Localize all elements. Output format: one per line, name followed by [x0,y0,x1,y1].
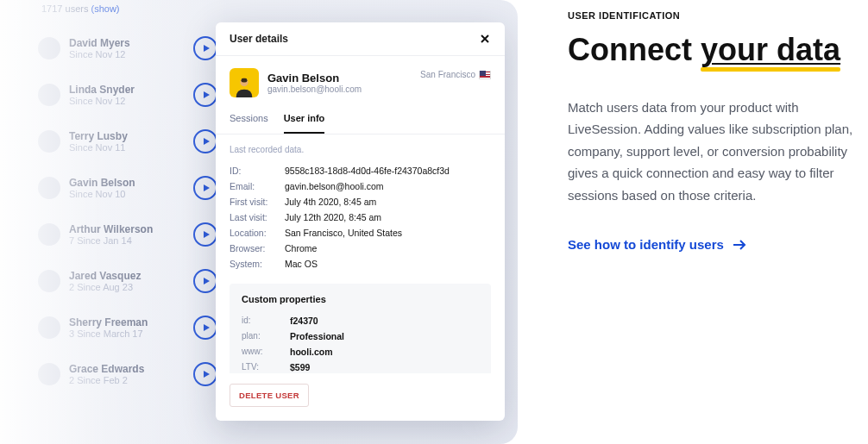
section-eyebrow: USER IDENTIFICATION [568,10,868,21]
close-icon[interactable] [479,33,491,45]
play-session-button[interactable] [193,83,217,107]
list-item[interactable]: Jared Vasquez2 Since Aug 23 [38,262,211,300]
field-system-label: System: [230,259,285,269]
custom-properties-box: Custom properties id:f24370 plan:Profess… [230,284,491,373]
field-email-value: gavin.belson@hooli.com [285,181,384,191]
section-description: Match users data from your product with … [568,97,861,207]
delete-user-button[interactable]: DELETE USER [230,384,309,407]
field-first-visit-value: July 4th 2020, 8:45 am [285,197,376,207]
tab-sessions[interactable]: Sessions [230,106,268,134]
custom-id-label: id: [242,316,290,326]
list-item[interactable]: David MyersSince Nov 12 [38,29,211,67]
custom-properties-title: Custom properties [242,294,479,304]
modal-title: User details [230,33,288,45]
custom-www-value: hooli.com [290,347,333,357]
custom-plan-value: Professional [290,331,344,341]
play-session-button[interactable] [193,362,217,386]
field-browser-label: Browser: [230,243,285,253]
avatar [38,363,60,385]
tab-user-info[interactable]: User info [284,106,325,134]
background-user-list: 1717 users (show) David MyersSince Nov 1… [38,3,211,402]
field-first-visit-label: First visit: [230,197,285,207]
marketing-copy: USER IDENTIFICATION Connect your data Ma… [518,0,868,444]
list-item[interactable]: Arthur Wilkerson7 Since Jan 14 [38,216,211,253]
arrow-right-icon [733,240,746,250]
hint-text: Last recorded data. [230,145,491,154]
play-session-button[interactable] [193,222,217,247]
user-email: gavin.belson@hooli.com [267,84,362,94]
avatar [38,130,60,153]
user-count-header: 1717 users (show) [38,3,211,14]
field-last-visit-value: July 12th 2020, 8:45 am [285,212,381,222]
section-heading: Connect your data [568,33,868,67]
field-location-label: Location: [230,228,285,238]
product-screenshot-panel: 1717 users (show) David MyersSince Nov 1… [0,0,518,444]
play-session-button[interactable] [193,36,217,60]
list-item[interactable]: Grace Edwards2 Since Feb 2 [38,355,211,393]
field-browser-value: Chrome [285,243,317,253]
field-id-label: ID: [230,166,285,176]
custom-plan-label: plan: [242,331,290,341]
play-session-button[interactable] [193,129,217,153]
field-last-visit-label: Last visit: [230,212,285,222]
avatar [38,84,60,106]
avatar [38,37,60,59]
list-item[interactable]: Sherry Freeman3 Since March 17 [38,309,211,347]
svg-rect-1 [242,78,248,83]
cta-link[interactable]: See how to identify users [568,237,746,252]
list-item[interactable]: Gavin BelsonSince Nov 10 [38,169,211,207]
field-id-value: 9558c183-18d8-4d0d-46fe-f24370a8cf3d [285,166,450,176]
custom-www-label: www: [242,347,290,357]
user-details-modal: User details Gavin Belson gavin.belson@h… [216,22,505,421]
custom-ltv-value: $599 [290,362,310,372]
user-name: Gavin Belson [267,72,362,84]
avatar [230,68,259,97]
play-session-button[interactable] [193,269,217,293]
field-system-value: Mac OS [285,259,318,269]
custom-id-value: f24370 [290,316,318,326]
custom-ltv-label: LTV: [242,362,290,372]
avatar [38,177,60,199]
user-location-short: San Francisco [420,70,491,79]
us-flag-icon [479,71,491,79]
avatar [38,316,60,339]
avatar [38,270,60,292]
list-item[interactable]: Terry LusbySince Nov 11 [38,122,211,160]
play-session-button[interactable] [193,176,217,200]
list-item[interactable]: Linda SnyderSince Nov 12 [38,76,211,114]
play-session-button[interactable] [193,316,217,340]
field-location-value: San Francisco, United States [285,228,402,238]
show-link[interactable]: (show) [91,3,119,14]
avatar [38,223,60,246]
field-email-label: Email: [230,181,285,191]
